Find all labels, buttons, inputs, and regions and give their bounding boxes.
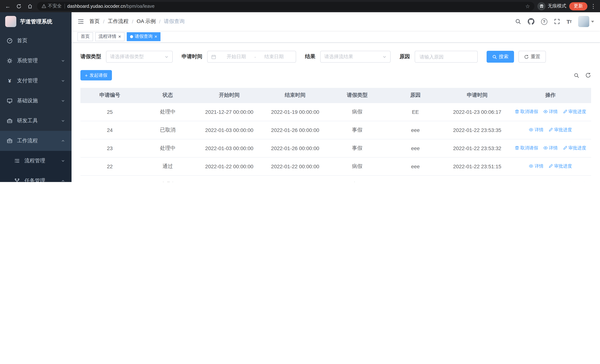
cell-end-time: 2022-01-26 00:00:00 (262, 139, 328, 157)
detail-link[interactable]: 详情 (529, 163, 544, 169)
sidebar-item-devtools[interactable]: 研发工具 (0, 111, 72, 131)
search-button[interactable]: 搜索 (487, 51, 514, 63)
sidebar-item-payment[interactable]: ¥ 支付管理 (0, 71, 72, 91)
breadcrumb-item-workflow[interactable]: 工作流程 (108, 18, 129, 25)
refresh-icon (524, 54, 529, 59)
sidebar-item-task-management[interactable]: 任务管理 (0, 171, 72, 182)
leave-type-select[interactable]: 请选择请假类型 (106, 51, 173, 63)
apply-time-range-picker[interactable]: 开始日期 - 结束日期 (207, 51, 296, 63)
cell-reason: eee (386, 139, 445, 157)
sidebar-item-system[interactable]: 系统管理 (0, 51, 72, 71)
approval-progress-link[interactable]: 审批进度 (563, 181, 586, 182)
cancel-leave-link[interactable]: 取消请假 (515, 181, 538, 182)
breadcrumb-item-oa[interactable]: OA 示例 (137, 18, 156, 25)
refresh-table-icon[interactable] (585, 72, 591, 78)
update-button[interactable]: 更新 (569, 2, 587, 10)
plus-icon: + (85, 73, 88, 78)
breadcrumb-separator: / (132, 19, 133, 24)
result-select[interactable]: 请选择流结果 (320, 51, 391, 63)
github-icon[interactable] (527, 18, 534, 25)
end-date-placeholder[interactable]: 结束日期 (256, 53, 292, 60)
cell-end-time: 2022-01-26 00:00:00 (262, 121, 328, 139)
sidebar-item-workflow[interactable]: 工作流程 (0, 131, 72, 151)
approval-progress-link[interactable]: 审批进度 (549, 127, 572, 133)
close-icon[interactable]: × (154, 34, 157, 39)
breadcrumb-separator: / (159, 19, 160, 24)
edit-pen-icon (563, 146, 567, 150)
approval-progress-link[interactable]: 审批进度 (563, 145, 586, 151)
app-title: 芋道管理系统 (20, 18, 52, 25)
trash-icon (515, 110, 519, 114)
table-header-row: 申请编号 状态 开始时间 结束时间 请假类型 原因 申请时间 操作 (80, 88, 591, 103)
security-warning[interactable]: 不安全 (41, 3, 62, 9)
tags-view-bar: 首页 流程详情× 请假查询× (72, 31, 600, 43)
reason-input[interactable] (415, 51, 478, 63)
bookmark-star-icon[interactable]: ☆ (525, 3, 530, 9)
home-icon[interactable] (26, 2, 34, 10)
eye-icon (529, 164, 534, 168)
browser-toolbar: ← 不安全 dashboard.yudao.iocoder.cn/bpm/oa/… (0, 0, 600, 12)
col-operations: 操作 (510, 88, 591, 103)
col-leave-type: 请假类型 (328, 88, 386, 103)
breadcrumb: 首页 / 工作流程 / OA 示例 / 请假查询 (89, 18, 185, 25)
breadcrumb-item-home[interactable]: 首页 (89, 18, 100, 25)
cell-apply-time: 2022-01-22 23:53:32 (445, 139, 510, 157)
help-icon[interactable]: ? (541, 18, 547, 25)
fullscreen-icon[interactable] (554, 19, 560, 24)
warning-triangle-icon (41, 4, 46, 9)
table-row: 24 已取消 2022-01-03 00:00:00 2022-01-26 00… (80, 121, 591, 139)
browser-window: ← 不安全 dashboard.yudao.iocoder.cn/bpm/oa/… (0, 0, 600, 182)
detail-link[interactable]: 详情 (529, 127, 544, 133)
cell-end-time: 2022-01-22 00:00:00 (262, 157, 328, 175)
tab-process-detail[interactable]: 流程详情× (95, 32, 124, 41)
eye-icon (543, 146, 548, 150)
font-size-icon[interactable]: TT (566, 18, 572, 25)
date-range-separator: - (254, 54, 256, 59)
eye-icon (529, 128, 534, 132)
user-menu[interactable] (578, 16, 594, 27)
search-icon[interactable] (515, 19, 521, 24)
sidebar-item-home[interactable]: 首页 (0, 31, 72, 51)
reset-button[interactable]: 重置 (518, 51, 546, 63)
detail-link[interactable]: 详情 (543, 145, 558, 151)
chevron-down-icon (61, 59, 65, 63)
approval-progress-link[interactable]: 审批进度 (563, 109, 586, 115)
cell-leave-type: 病假 (328, 103, 386, 121)
cancel-leave-link[interactable]: 取消请假 (515, 109, 538, 115)
cell-leave-type: 病假 (328, 175, 386, 182)
toolbox-icon (7, 118, 13, 124)
browser-menu-icon[interactable]: ⋮ (590, 3, 596, 9)
create-leave-button[interactable]: + 发起请假 (80, 70, 112, 80)
sidebar-toggle-icon[interactable] (77, 18, 84, 25)
chevron-down-icon (383, 55, 386, 59)
reload-icon[interactable] (15, 2, 23, 10)
calendar-icon (211, 54, 216, 59)
sidebar-item-process-management[interactable]: 流程管理 (0, 151, 72, 171)
cell-reason: EE (386, 103, 445, 121)
detail-link[interactable]: 详情 (543, 109, 558, 115)
cell-start-time: 2022-01-03 00:00:00 (197, 121, 262, 139)
cell-status: 处理中 (139, 139, 197, 157)
approval-progress-link[interactable]: 审批进度 (549, 163, 572, 169)
table-row: 21 处理中 2022-01-22 00:00:00 2022-01-23 00… (80, 175, 591, 182)
back-icon[interactable]: ← (4, 2, 12, 10)
detail-link[interactable]: 详情 (543, 181, 558, 182)
cell-apply-time: 2022-01-22 23:51:15 (445, 157, 510, 175)
toggle-search-icon[interactable] (574, 73, 579, 78)
tab-leave-query[interactable]: 请假查询× (127, 32, 160, 41)
close-icon[interactable]: × (118, 34, 121, 39)
cell-start-time: 2021-12-27 00:00:00 (197, 103, 262, 121)
tab-home[interactable]: 首页 (77, 32, 93, 41)
start-date-placeholder[interactable]: 开始日期 (218, 53, 254, 60)
cancel-leave-link[interactable]: 取消请假 (515, 145, 538, 151)
chevron-down-icon (165, 55, 169, 59)
sidebar-item-infrastructure[interactable]: 基础设施 (0, 91, 72, 111)
app-logo[interactable]: 芋道管理系统 (0, 12, 72, 31)
sidebar-item-label: 支付管理 (17, 77, 38, 84)
active-dot (130, 35, 133, 38)
sidebar-item-label: 首页 (17, 37, 28, 44)
address-bar[interactable]: 不安全 dashboard.yudao.iocoder.cn/bpm/oa/le… (37, 2, 534, 10)
edit-pen-icon (549, 164, 553, 168)
url-text[interactable]: dashboard.yudao.iocoder.cn/bpm/oa/leave (67, 3, 155, 9)
result-label: 结果 (305, 53, 315, 60)
